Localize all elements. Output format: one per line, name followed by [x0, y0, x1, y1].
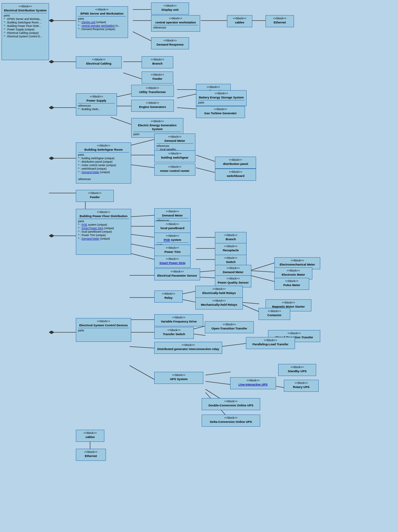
ctt-stereotype: <<block>>	[270, 332, 318, 335]
gas-turbine-generator-block: <<block>> Gas Turbine Generator	[196, 106, 245, 118]
poe-title: POE system	[156, 238, 188, 242]
svg-marker-22	[49, 157, 54, 160]
ug-stereotype: <<block>>	[198, 85, 229, 89]
bpf-stereotype: <<block>>	[78, 210, 129, 214]
mhr-title: Mechanically-held Relays	[198, 303, 241, 307]
dmf-stereotype: <<block>>	[156, 210, 188, 214]
central-operator-workstation-block: <<block>> central operator workstation r…	[151, 15, 200, 32]
esc-title: Electrical System Control Devices	[78, 323, 129, 327]
bpf-dm-link[interactable]: Demand Meter	[82, 237, 99, 240]
cow-title: central operator workstation	[153, 21, 198, 24]
utility-transformer-block: <<block>> Utility Transformer	[131, 85, 174, 97]
br-top-title: Branch	[144, 62, 171, 66]
svg-line-61	[193, 326, 205, 329]
cables-bottom-block: <<block>> cables	[76, 430, 104, 442]
electrical-system-control-block: <<block>> Electrical System Control Devi…	[76, 318, 131, 342]
display-unit-block: <<block>> Display unit	[151, 3, 189, 15]
eds-title: Electrical Distribution System	[4, 9, 47, 12]
relay-block: <<block>> Relay	[154, 291, 183, 303]
dmc-title: Demand Meter	[217, 270, 249, 274]
ec-stereotype: <<block>>	[78, 58, 119, 62]
bpf-body: parts ^ : POE system (unique) ^ : Smart …	[78, 220, 129, 241]
bpf-poe-link[interactable]: POE	[82, 223, 87, 226]
power-trim-block: <<block>> Power Trim	[154, 245, 191, 257]
line-interactive-ups-block: <<block>> Line-Interactive UPS	[230, 377, 276, 389]
pulse-meter-block: <<block>> Pulse Meter	[274, 278, 309, 290]
switchboard-block: <<block>> switchboard	[215, 169, 256, 181]
br-top-stereotype: <<block>>	[144, 58, 171, 62]
poe-link[interactable]: POE	[164, 238, 170, 241]
epms-display-link[interactable]: Display unit	[82, 21, 95, 24]
rec-stereotype: <<block>>	[217, 245, 244, 248]
ft-title: Feeder	[144, 77, 171, 81]
fm-title: Feeder	[78, 195, 112, 199]
svg-line-23	[130, 139, 155, 146]
svg-line-8	[133, 32, 152, 41]
epms-cow-link[interactable]: central operator workstation	[82, 24, 115, 27]
plt-stereotype: <<block>>	[248, 339, 293, 342]
elm-title: Electronic Meter	[277, 273, 310, 277]
deltau-title: Delta-Conversion Online UPS	[204, 420, 258, 424]
dp-title: distribution panel	[217, 162, 254, 166]
eth-top-stereotype: <<block>>	[268, 17, 292, 21]
eg-title: Engine Generators	[133, 105, 172, 109]
dmf-title: Demand Meter	[156, 214, 188, 217]
liu-link[interactable]: Line-Interactive UPS	[238, 383, 267, 386]
svg-line-12	[123, 73, 142, 79]
sps-link[interactable]: Smart Power Strip	[159, 261, 185, 265]
svg-marker-10	[49, 60, 54, 63]
con-stereotype: <<block>>	[261, 310, 288, 313]
svg-line-66	[205, 372, 231, 375]
electrically-held-relays-block: <<block>> Electrically-held Relays	[195, 286, 243, 298]
du-stereotype: <<block>>	[153, 4, 187, 8]
mcc-title: motor control center	[156, 169, 193, 173]
liu-title: Line-Interactive UPS	[232, 383, 274, 386]
ts-stereotype: <<block>>	[156, 329, 192, 332]
ups-title: UPS System	[156, 377, 201, 381]
bes-title: Battery Energy Storage System	[198, 96, 244, 99]
svg-line-64	[221, 343, 247, 347]
ethernet-bottom-block: <<block>> Ethernet	[76, 449, 106, 461]
bpf-sps-link[interactable]: Smart Power Strip	[82, 227, 103, 230]
rotary-ups-block: <<block>> Rotary UPS	[284, 380, 319, 392]
fm-stereotype: <<block>>	[78, 191, 112, 195]
esc-body: parts	[78, 329, 129, 332]
electrical-distribution-system-block: <<block>> Electrical Distribution System…	[2, 3, 49, 60]
svg-line-63	[130, 347, 155, 348]
svg-line-40	[130, 244, 155, 248]
smart-power-strip-block: <<block>> Smart Power Strip	[154, 256, 191, 268]
epms-stereotype: <<block>>	[78, 8, 126, 12]
lp-stereotype: <<block>>	[156, 222, 188, 226]
eth-bottom-stereotype: <<block>>	[78, 450, 104, 454]
eg-stereotype: <<block>>	[133, 101, 172, 105]
svg-line-43	[130, 253, 155, 260]
local-panelboard-block: <<block>> local panelboard	[154, 221, 191, 233]
svg-line-50	[250, 263, 275, 271]
ts-title: Transfer Switch	[156, 332, 192, 336]
ehr-title: Electrically-held Relays	[198, 291, 241, 295]
bes-stereotype: <<block>>	[198, 92, 244, 96]
dr-stereotype: <<block>>	[153, 39, 187, 43]
eds-stereotype: <<block>>	[4, 5, 47, 9]
sw-stereotype: <<block>>	[217, 256, 244, 260]
sb-title: switchboard	[217, 174, 254, 178]
cow-stereotype: <<block>>	[153, 17, 198, 21]
con-title: Contactor	[261, 313, 288, 317]
dr-title: Demand Response	[153, 43, 187, 47]
demand-meter-switchgear-block: <<block>> Demand Meter references ^ : lo…	[154, 134, 195, 153]
svg-line-30	[196, 168, 215, 172]
svg-line-58	[240, 304, 259, 312]
epms-server-block: <<block>> EPMS Server and Workstation pa…	[76, 6, 128, 38]
dp-stereotype: <<block>>	[217, 158, 254, 162]
ps-title: Power Supply	[78, 99, 115, 103]
vfd-stereotype: <<block>>	[156, 316, 201, 320]
bsr-body: parts ^ : bulding switchgear (unique) ^ …	[78, 153, 129, 181]
svg-marker-47	[49, 331, 54, 334]
svg-marker-34	[49, 234, 54, 237]
eegs-title: Electric Energy Generation System	[133, 123, 181, 131]
dms-stereotype: <<block>>	[156, 135, 193, 139]
bsr-stereotype: <<block>>	[78, 144, 129, 148]
bsr-dm-link[interactable]: Demand Meter	[82, 171, 99, 174]
cables-top-stereotype: <<block>>	[229, 17, 250, 21]
svg-line-62	[193, 334, 205, 335]
